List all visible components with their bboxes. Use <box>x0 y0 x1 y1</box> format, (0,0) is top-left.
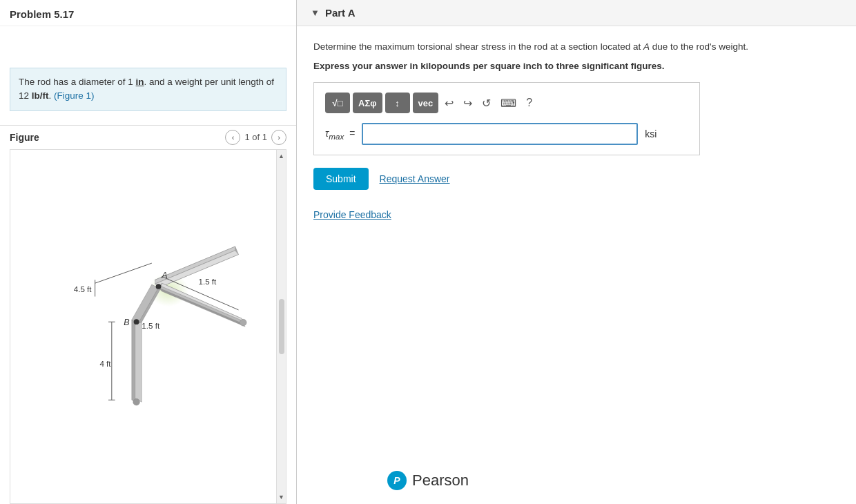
figure-diagram: A B 4.5 ft 1.5 ft 1.5 ft 4 ft <box>24 226 273 427</box>
figure-label: Figure <box>10 132 39 143</box>
unit-label: ksi <box>645 128 656 139</box>
scroll-down[interactable]: ▼ <box>277 491 286 503</box>
figure-nav: ‹ 1 of 1 › <box>225 130 286 145</box>
pearson-brand: Pearson <box>412 472 469 490</box>
dim-45ft: 4.5 ft <box>73 284 92 293</box>
tau-label: τmax = <box>325 128 355 141</box>
svg-point-15 <box>133 319 139 324</box>
figure-description: The rod has a diameter of 1 in. and a we… <box>10 68 286 111</box>
description-bold-2: lb/ft <box>32 90 49 101</box>
provide-feedback-link[interactable]: Provide Feedback <box>313 209 839 220</box>
problem-title: Problem 5.17 <box>0 0 296 26</box>
figure-nav-text: 1 of 1 <box>244 132 267 142</box>
footer: P Pearson <box>387 471 469 490</box>
content-area: Determine the maximum torsional shear st… <box>297 26 856 504</box>
question-text: Determine the maximum torsional shear st… <box>313 40 839 54</box>
dim-15ft-down: 1.5 ft <box>142 321 160 330</box>
toolbar-help-button[interactable]: ? <box>523 93 536 113</box>
svg-marker-5 <box>135 318 142 402</box>
part-a-title: Part A <box>325 7 356 19</box>
scrollbar[interactable]: ▲ ▼ <box>276 150 286 504</box>
description-text-1: The rod has a diameter of 1 <box>19 77 136 87</box>
svg-line-16 <box>95 263 151 283</box>
scroll-up[interactable]: ▲ <box>277 150 286 162</box>
toolbar-vec-button[interactable]: vec <box>413 93 439 113</box>
scroll-thumb[interactable] <box>279 299 284 354</box>
svg-marker-3 <box>155 251 238 288</box>
figure-prev-button[interactable]: ‹ <box>225 130 240 145</box>
toolbar-keyboard-button[interactable]: ⌨ <box>497 93 520 113</box>
figure-link[interactable]: (Figure 1) <box>54 90 95 101</box>
pearson-logo: P <box>387 471 407 490</box>
toolbar-updown-button[interactable]: ↕ <box>385 93 410 113</box>
svg-marker-8 <box>131 284 158 323</box>
svg-point-14 <box>155 284 161 289</box>
answer-box: √□ ΑΣφ ↕ vec ↩ ↪ ↺ ⌨ ? τmax = ksi <box>313 82 700 155</box>
figure-container: A B 4.5 ft 1.5 ft 1.5 ft 4 ft ▲ <box>10 149 286 505</box>
toolbar-symbol-button[interactable]: ΑΣφ <box>353 93 382 113</box>
label-A: A <box>161 271 167 280</box>
toolbar: √□ ΑΣφ ↕ vec ↩ ↪ ↺ ⌨ ? <box>325 93 688 113</box>
dim-4ft: 4 ft <box>99 359 111 368</box>
input-row: τmax = ksi <box>325 123 688 145</box>
figure-next-button[interactable]: › <box>271 130 286 145</box>
description-bold-1: in <box>136 77 144 87</box>
svg-point-7 <box>133 398 139 405</box>
svg-point-13 <box>240 319 246 326</box>
toolbar-redo-button[interactable]: ↪ <box>460 93 476 113</box>
request-answer-link[interactable]: Request Answer <box>380 173 450 184</box>
toolbar-sqrt-button[interactable]: √□ <box>325 93 350 113</box>
dim-15ft-right: 1.5 ft <box>198 277 217 286</box>
figure-label-bar: Figure ‹ 1 of 1 › <box>0 125 296 146</box>
description-text-3: . <box>49 90 52 101</box>
part-a-header: ▼ Part A <box>297 0 856 26</box>
answer-input[interactable] <box>362 123 638 145</box>
action-row: Submit Request Answer <box>313 168 839 190</box>
part-a-collapse-icon[interactable]: ▼ <box>311 8 320 18</box>
toolbar-refresh-button[interactable]: ↺ <box>478 93 494 113</box>
label-B: B <box>124 318 129 327</box>
toolbar-undo-button[interactable]: ↩ <box>441 93 457 113</box>
question-instruction: Express your answer in kilopounds per sq… <box>313 61 839 71</box>
submit-button[interactable]: Submit <box>313 168 369 190</box>
